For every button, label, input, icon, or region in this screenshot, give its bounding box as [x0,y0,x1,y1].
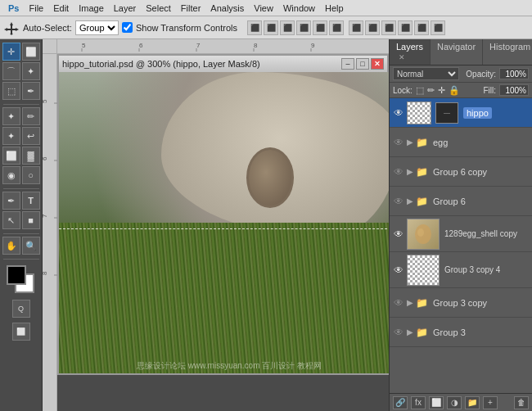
layer-hippo[interactable]: 👁 — hippo [390,98,532,128]
layer-vis-eggshell[interactable]: 👁 [393,228,404,240]
layer-vis-group3[interactable]: 👁 [393,327,404,338]
layer-egg[interactable]: 👁 ▶ 📁 egg [390,128,532,157]
quick-mask-btn[interactable]: Q [12,300,30,318]
layer-vis-group3copy4[interactable]: 👁 [393,264,404,276]
layer-eggshell[interactable]: 👁 1289egg_shell copy [390,216,532,252]
pen-tool[interactable]: ✒ [2,192,20,210]
edit-menu[interactable]: Edit [48,3,74,13]
layer-vis-group6[interactable]: 👁 [393,196,404,207]
hand-tool[interactable]: ✋ [2,237,20,255]
add-mask-btn[interactable]: ⬜ [429,396,444,409]
show-transform-checkbox[interactable] [122,22,133,33]
lock-position-icon[interactable]: ✛ [438,85,445,96]
layer-group3copy[interactable]: 👁 ▶ 📁 Group 3 copy [390,288,532,318]
link-layers-btn[interactable]: 🔗 [393,396,408,409]
dodge-tool[interactable]: ○ [22,166,40,184]
layer-arrow-group3copy: ▶ [407,298,413,307]
ps-menu[interactable]: Ps [3,3,24,13]
layer-vis-group3copy[interactable]: 👁 [393,297,404,309]
lasso-tool[interactable]: ⌒ [2,62,20,80]
align-right-icon[interactable]: ⬛ [280,20,295,35]
select-menu[interactable]: Select [141,3,176,13]
clone-tool[interactable]: ✦ [2,127,20,145]
history-brush-tool[interactable]: ↩ [22,127,40,145]
fill-label: Fill: [483,86,496,95]
image-menu[interactable]: Image [74,3,109,13]
analysis-menu[interactable]: Analysis [205,3,249,13]
canvas-area: 5 6 7 8 9 5 6 7 [43,39,389,411]
layer-menu[interactable]: Layer [109,3,142,13]
layer-group6copy[interactable]: 👁 ▶ 📁 Group 6 copy [390,157,532,187]
align-bottom-icon[interactable]: ⬛ [329,20,344,35]
layer-arrow-group6: ▶ [407,196,413,206]
layer-group3copy4[interactable]: 👁 Group 3 copy 4 [390,252,532,288]
blend-mode-select[interactable]: Normal Multiply Screen [393,67,459,80]
file-menu[interactable]: File [24,3,48,13]
align-left-icon[interactable]: ⬛ [247,20,262,35]
panel-tabs: Layers ✕ Navigator Histogram [390,39,532,65]
layer-vis-group6copy[interactable]: 👁 [393,166,404,178]
align-center-h-icon[interactable]: ⬛ [264,20,278,35]
doc-maximize-btn[interactable]: □ [356,58,369,70]
fill-input[interactable] [499,84,529,96]
gradient-tool[interactable]: ▓ [22,147,40,165]
foreground-color[interactable] [7,265,26,285]
eyedropper-tool[interactable]: ✒ [22,82,40,100]
tool-divider-2 [3,188,39,189]
layer-vis-egg[interactable]: 👁 [393,137,404,148]
new-layer-btn[interactable]: + [483,396,498,409]
layer-effects-btn[interactable]: fx [411,396,426,409]
tab-histogram[interactable]: Histogram [483,39,532,65]
screen-mode-btn[interactable]: ⬜ [12,323,30,341]
layer-thumb-group3copy4 [407,255,440,286]
filter-menu[interactable]: Filter [176,3,205,13]
tab-layers[interactable]: Layers ✕ [390,39,431,65]
layer-group3[interactable]: 👁 ▶ 📁 Group 3 [390,318,532,347]
layer-vis-hippo[interactable]: 👁 [393,107,404,119]
close-layers-tab[interactable]: ✕ [399,53,405,61]
ruler-top-row: 5 6 7 8 9 [43,39,389,54]
lock-image-icon[interactable]: ✏ [427,85,435,96]
layer-name-group6: Group 6 [433,196,529,206]
layer-arrow-group3: ▶ [407,327,413,336]
blur-tool[interactable]: ◉ [2,166,20,184]
view-menu[interactable]: View [249,3,278,13]
dist-v-icon[interactable]: ⬛ [365,20,380,35]
text-tool[interactable]: T [22,192,40,210]
delete-layer-btn[interactable]: 🗑 [514,396,529,409]
crop-tool[interactable]: ⬚ [2,82,20,100]
opacity-input[interactable] [499,68,529,79]
adjustment-layer-btn[interactable]: ◑ [447,396,462,409]
align-center-v-icon[interactable]: ⬛ [313,20,327,35]
move-tool[interactable]: ✛ [2,43,20,61]
help-menu[interactable]: Help [320,3,349,13]
layer-group6[interactable]: 👁 ▶ 📁 Group 6 [390,187,532,216]
opacity-label: Opacity: [466,70,496,79]
lock-transparent-icon[interactable]: ⬚ [416,85,424,96]
dist-h-icon[interactable]: ⬛ [349,20,363,35]
auto-select-dropdown[interactable]: Group Layer [75,20,119,35]
quick-select-tool[interactable]: ✦ [22,62,40,80]
dist-4-icon[interactable]: ⬛ [398,20,413,35]
doc-minimize-btn[interactable]: – [341,58,354,70]
dist-5-icon[interactable]: ⬛ [414,20,429,35]
eraser-tool[interactable]: ⬜ [2,147,20,165]
canvas-image-container[interactable]: 思缘设计论坛 www.missyuan.com 百川设计 教程网 [57,72,389,375]
folder-icon-group3copy: 📁 [416,297,428,309]
layer-name-group3: Group 3 [433,327,529,337]
new-group-btn[interactable]: 📁 [465,396,480,409]
healing-tool[interactable]: ✦ [2,107,20,125]
shape-tool[interactable]: ■ [22,211,40,229]
marquee-tool[interactable]: ⬜ [22,43,40,61]
folder-icon-group3: 📁 [416,327,428,338]
window-menu[interactable]: Window [278,3,320,13]
path-select-tool[interactable]: ↖ [2,211,20,229]
doc-close-btn[interactable]: ✕ [371,58,384,70]
brush-tool[interactable]: ✏ [22,107,40,125]
dist-3-icon[interactable]: ⬛ [381,20,396,35]
lock-all-icon[interactable]: 🔒 [449,85,460,96]
align-top-icon[interactable]: ⬛ [296,20,311,35]
tab-navigator[interactable]: Navigator [431,39,483,65]
zoom-tool[interactable]: 🔍 [22,237,40,255]
dist-6-icon[interactable]: ⬛ [431,20,445,35]
